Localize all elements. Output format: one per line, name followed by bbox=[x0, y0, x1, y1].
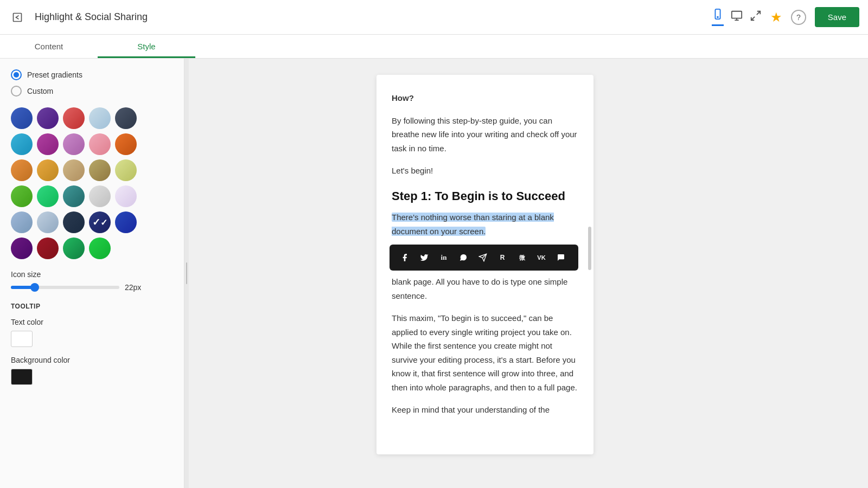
desktop-icon[interactable] bbox=[730, 10, 743, 25]
color-swatch[interactable] bbox=[89, 159, 111, 181]
color-swatch[interactable] bbox=[37, 237, 59, 259]
left-panel: Preset gradients Custom bbox=[0, 59, 184, 488]
topbar: Highlight & Social Sharing ★ ? Save bbox=[0, 0, 868, 35]
help-icon[interactable]: ? bbox=[791, 10, 806, 25]
color-swatch[interactable] bbox=[37, 133, 59, 155]
article-highlighted-para: There's nothing worse than staring at a … bbox=[392, 210, 578, 238]
facebook-share-button[interactable] bbox=[396, 249, 413, 266]
topbar-right: ★ ? Save bbox=[770, 7, 859, 27]
reddit-share-button[interactable]: R bbox=[494, 249, 511, 266]
main-layout: Preset gradients Custom bbox=[0, 59, 868, 488]
color-swatch[interactable] bbox=[63, 237, 85, 259]
color-swatch[interactable] bbox=[115, 211, 137, 233]
icon-size-value: 22px bbox=[125, 283, 141, 292]
telegram-share-button[interactable] bbox=[474, 249, 492, 266]
twitter-share-button[interactable] bbox=[416, 249, 433, 266]
svg-line-6 bbox=[757, 11, 760, 14]
svg-point-2 bbox=[717, 17, 718, 18]
color-swatch[interactable] bbox=[63, 211, 85, 233]
custom-radio-indicator bbox=[11, 86, 22, 97]
custom-radio[interactable]: Custom bbox=[11, 86, 173, 97]
icon-size-label: Icon size bbox=[11, 270, 173, 279]
color-swatch[interactable] bbox=[11, 133, 33, 155]
article-card: How? By following this step-by-step guid… bbox=[376, 75, 593, 454]
color-swatch[interactable] bbox=[89, 107, 111, 129]
text-color-box[interactable] bbox=[11, 331, 33, 347]
gradient-radio-group: Preset gradients Custom bbox=[11, 69, 173, 97]
color-swatch[interactable] bbox=[89, 133, 111, 155]
linkedin-share-button[interactable]: in bbox=[435, 249, 452, 266]
color-swatch[interactable] bbox=[11, 237, 33, 259]
slider-row: 22px bbox=[11, 283, 173, 292]
color-swatch[interactable] bbox=[37, 159, 59, 181]
color-swatch[interactable] bbox=[37, 107, 59, 129]
icon-size-track[interactable] bbox=[11, 286, 119, 289]
scrollbar-thumb bbox=[588, 227, 591, 270]
center-area: How? By following this step-by-step guid… bbox=[189, 59, 781, 488]
panel-divider bbox=[184, 59, 189, 488]
mobile-icon[interactable] bbox=[712, 8, 724, 26]
color-swatch[interactable] bbox=[11, 159, 33, 181]
article-para: By following this step-by-step guide, yo… bbox=[392, 114, 578, 156]
right-area bbox=[781, 59, 868, 488]
svg-rect-3 bbox=[732, 11, 742, 18]
color-swatch[interactable] bbox=[11, 185, 33, 207]
color-swatch-grid: ✓ bbox=[11, 107, 173, 259]
article-para: How? bbox=[392, 91, 578, 105]
color-swatch[interactable] bbox=[37, 185, 59, 207]
page-title: Highlight & Social Sharing bbox=[35, 11, 638, 23]
tab-content[interactable]: Content bbox=[0, 35, 98, 58]
star-icon[interactable]: ★ bbox=[770, 10, 782, 25]
tooltip-title: TOOLTIP bbox=[11, 303, 173, 310]
article-para5: Keep in mind that your understanding of … bbox=[392, 403, 578, 417]
expand-icon[interactable] bbox=[750, 10, 762, 25]
icon-size-section: Icon size 22px bbox=[11, 270, 173, 292]
back-button[interactable] bbox=[9, 9, 26, 26]
preset-gradients-label: Preset gradients bbox=[27, 70, 82, 79]
svg-line-7 bbox=[751, 16, 755, 20]
slider-fill bbox=[11, 286, 33, 289]
social-share-bar: in R 微 VK bbox=[390, 245, 578, 271]
color-swatch-selected[interactable]: ✓ bbox=[89, 211, 111, 233]
weibo-share-button[interactable]: 微 bbox=[513, 249, 531, 266]
tab-style[interactable]: Style bbox=[98, 35, 195, 58]
custom-label: Custom bbox=[27, 87, 53, 95]
text-color-label: Text color bbox=[11, 318, 173, 326]
color-swatch[interactable] bbox=[89, 237, 111, 259]
color-swatch[interactable] bbox=[37, 211, 59, 233]
color-swatch[interactable] bbox=[63, 133, 85, 155]
color-swatch[interactable] bbox=[63, 185, 85, 207]
color-swatch[interactable] bbox=[115, 133, 137, 155]
article-scrollbar[interactable] bbox=[588, 75, 591, 454]
color-swatch[interactable] bbox=[63, 107, 85, 129]
vk-share-button[interactable]: VK bbox=[533, 249, 550, 266]
whatsapp-share-button[interactable] bbox=[455, 249, 472, 266]
tooltip-section: TOOLTIP Text color Background color bbox=[11, 303, 173, 385]
save-button[interactable]: Save bbox=[815, 7, 859, 27]
bg-color-label: Background color bbox=[11, 356, 173, 364]
article-para-after: blank page. All you have to do is type o… bbox=[392, 275, 578, 303]
preset-radio-indicator bbox=[11, 69, 22, 80]
color-swatch[interactable] bbox=[11, 107, 33, 129]
device-icons bbox=[712, 8, 762, 26]
svg-rect-0 bbox=[14, 13, 22, 21]
article-para4: This maxim, "To begin is to succeed," ca… bbox=[392, 311, 578, 394]
article-how: How? bbox=[392, 93, 414, 102]
slider-thumb[interactable] bbox=[30, 283, 39, 292]
bg-color-box[interactable] bbox=[11, 369, 33, 385]
color-swatch[interactable] bbox=[89, 185, 111, 207]
color-swatch[interactable] bbox=[11, 211, 33, 233]
article-content: How? By following this step-by-step guid… bbox=[392, 91, 578, 417]
preset-gradients-radio[interactable]: Preset gradients bbox=[11, 69, 173, 80]
tabs-row: Content Style bbox=[0, 35, 868, 59]
color-swatch[interactable] bbox=[63, 159, 85, 181]
color-swatch[interactable] bbox=[115, 185, 137, 207]
chat-share-button[interactable] bbox=[552, 249, 570, 266]
color-swatch[interactable] bbox=[115, 107, 137, 129]
article-heading: Step 1: To Begin is to Succeed bbox=[392, 189, 578, 204]
highlighted-text: There's nothing worse than staring at a … bbox=[392, 213, 554, 236]
color-swatch[interactable] bbox=[115, 159, 137, 181]
article-para: Let's begin! bbox=[392, 164, 578, 178]
